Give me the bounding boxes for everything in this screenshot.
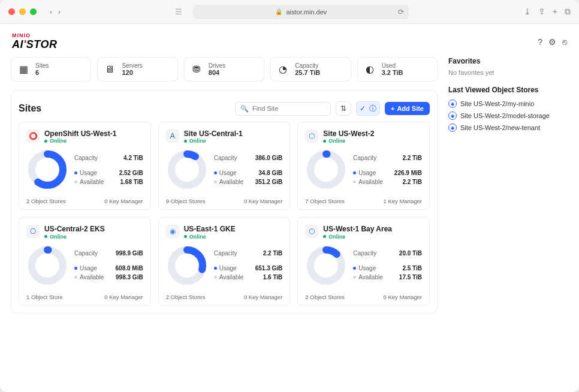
filter-button[interactable]: ✓ⓘ: [356, 101, 380, 116]
favorites-empty-text: No favorites yet: [448, 69, 568, 76]
search-icon: 🔍: [240, 105, 249, 113]
usage-label: Usage: [74, 170, 97, 176]
sort-button[interactable]: ⇅: [336, 101, 351, 116]
usage-value: 2.5 TiB: [402, 265, 422, 272]
stat-card-servers[interactable]: 🖥 Servers 120: [97, 57, 177, 82]
logo-small-text: MINIO: [12, 32, 57, 38]
forward-button[interactable]: ›: [58, 8, 61, 16]
stat-card-drives[interactable]: ⛃ Drives 804: [184, 57, 264, 82]
site-status: Online: [184, 234, 236, 240]
grid-icon: ▦: [17, 64, 29, 76]
site-name: Site US-West-2: [323, 129, 374, 138]
stat-value: 120: [122, 69, 142, 76]
capacity-value: 2.2 TiB: [263, 250, 283, 257]
stat-label: Used: [382, 62, 403, 69]
toolbar-right: ⤓ ⇪ + ⧉: [524, 7, 571, 17]
logout-icon[interactable]: ⎋: [562, 37, 567, 47]
usage-label: Usage: [74, 265, 97, 272]
available-label: Available: [74, 179, 104, 185]
last-viewed-list: ◆Site US-West-2/my-minio◆Site US-West-2/…: [448, 98, 568, 134]
site-status: Online: [44, 138, 116, 144]
usage-donut: [166, 149, 208, 191]
object-stores-count: 9 Object Stores: [166, 198, 205, 204]
tabs-icon[interactable]: ⧉: [565, 7, 571, 17]
search-input-wrap: 🔍: [235, 102, 331, 116]
site-name: US-East-1 GKE: [184, 225, 236, 233]
browser-window: ‹ › ☰ 🔒 aistor.min.dev ⟳ ⤓ ⇪ + ⧉ MINIO A…: [0, 0, 579, 392]
stat-label: Servers: [122, 62, 142, 69]
url-text: aistor.min.dev: [286, 8, 327, 16]
object-stores-count: 2 Object Stores: [26, 198, 65, 204]
key-manager-count: 0 Key Manager: [104, 294, 143, 300]
search-input[interactable]: [252, 105, 325, 112]
header-actions: ? ⚙ ⎋: [538, 37, 567, 47]
last-viewed-item[interactable]: ◆Site US-West-2/new-tenant: [448, 122, 568, 134]
site-card[interactable]: A Site US-Central-1 Online Capacity 386.…: [158, 122, 291, 210]
site-metrics: Capacity 2.2 TiB Usage 226.9 MiB Availab…: [353, 153, 422, 186]
check-icon: ✓: [360, 104, 366, 113]
available-value: 351.2 GiB: [255, 179, 283, 185]
site-metrics: Capacity 2.2 TiB Usage 651.3 GiB Availab…: [214, 249, 283, 282]
back-button[interactable]: ‹: [50, 8, 52, 16]
object-store-icon: ◆: [448, 123, 457, 132]
address-bar[interactable]: 🔒 aistor.min.dev ⟳: [193, 5, 409, 19]
last-viewed-item[interactable]: ◆Site US-West-2/model-storage: [448, 110, 568, 122]
stat-card-sites[interactable]: ▦ Sites 6: [11, 57, 91, 82]
page-title: Sites: [19, 103, 41, 114]
site-card[interactable]: ⭕ OpenShift US-West-1 Online Capacity 4.…: [19, 122, 151, 210]
add-site-button[interactable]: + Add Site: [385, 102, 430, 115]
stat-card-capacity[interactable]: ◔ Capacity 25.7 TiB: [270, 57, 351, 82]
key-manager-count: 0 Key Manager: [244, 294, 282, 300]
site-card[interactable]: ⬡ US-West-1 Bay Area Online Capacity 20.…: [297, 217, 430, 305]
site-card[interactable]: ⎔ US-Central-2 EKS Online Capacity 998.9…: [19, 217, 151, 305]
last-viewed-item[interactable]: ◆Site US-West-2/my-minio: [448, 98, 568, 110]
help-icon[interactable]: ?: [538, 37, 542, 47]
gauge-icon: ◐: [364, 64, 376, 76]
svg-point-6: [32, 250, 63, 281]
maximize-window-icon[interactable]: [30, 8, 37, 15]
usage-donut: [26, 149, 68, 191]
available-label: Available: [214, 179, 243, 185]
plus-icon: +: [391, 105, 394, 112]
usage-label: Usage: [214, 170, 237, 176]
usage-donut: [166, 245, 208, 287]
sites-grid: ⭕ OpenShift US-West-1 Online Capacity 4.…: [19, 122, 430, 306]
site-name: US-Central-2 EKS: [44, 225, 105, 233]
stat-label: Sites: [35, 62, 49, 69]
usage-label: Usage: [353, 265, 376, 272]
last-viewed-label: Site US-West-2/new-tenant: [460, 124, 540, 131]
new-tab-icon[interactable]: +: [553, 7, 557, 17]
downloads-icon[interactable]: ⤓: [524, 7, 531, 17]
site-name: US-West-1 Bay Area: [323, 225, 392, 233]
stats-row: ▦ Sites 6 🖥 Servers 120 ⛃ Drives 804 ◔ C…: [11, 57, 438, 82]
stat-label: Drives: [209, 62, 225, 69]
usage-donut: [305, 149, 347, 191]
info-icon: ⓘ: [369, 104, 376, 114]
site-name: OpenShift US-West-1: [44, 129, 116, 138]
site-card[interactable]: ⬡ Site US-West-2 Online Capacity 2.2 TiB…: [297, 122, 430, 210]
last-viewed-label: Site US-West-2/model-storage: [460, 112, 550, 119]
settings-icon[interactable]: ⚙: [548, 37, 556, 47]
usage-value: 226.9 MiB: [394, 170, 422, 176]
last-viewed-title: Last Viewed Object Stores: [448, 86, 568, 94]
favorites-title: Favorites: [448, 57, 568, 65]
sidebar-toggle-icon[interactable]: ☰: [175, 7, 182, 16]
reload-icon[interactable]: ⟳: [398, 8, 404, 16]
capacity-label: Capacity: [353, 250, 376, 257]
stat-card-used[interactable]: ◐ Used 3.2 TiB: [357, 57, 438, 82]
site-provider-icon: ⭕: [26, 129, 40, 143]
object-stores-count: 2 Object Stores: [305, 294, 344, 300]
sites-panel: Sites 🔍 ⇅ ✓ⓘ + Add Site: [11, 90, 438, 313]
available-value: 1.68 TiB: [120, 179, 143, 185]
site-card[interactable]: ◉ US-East-1 GKE Online Capacity 2.2 TiB …: [158, 217, 291, 305]
key-manager-count: 0 Key Manager: [244, 198, 282, 204]
capacity-label: Capacity: [214, 250, 237, 257]
stat-value: 3.2 TiB: [382, 69, 403, 76]
window-controls: [8, 8, 37, 15]
available-label: Available: [214, 274, 243, 281]
usage-value: 34.8 GiB: [258, 170, 282, 176]
close-window-icon[interactable]: [8, 8, 15, 15]
share-icon[interactable]: ⇪: [538, 7, 545, 17]
available-value: 1.6 TiB: [263, 274, 283, 281]
minimize-window-icon[interactable]: [19, 8, 26, 15]
